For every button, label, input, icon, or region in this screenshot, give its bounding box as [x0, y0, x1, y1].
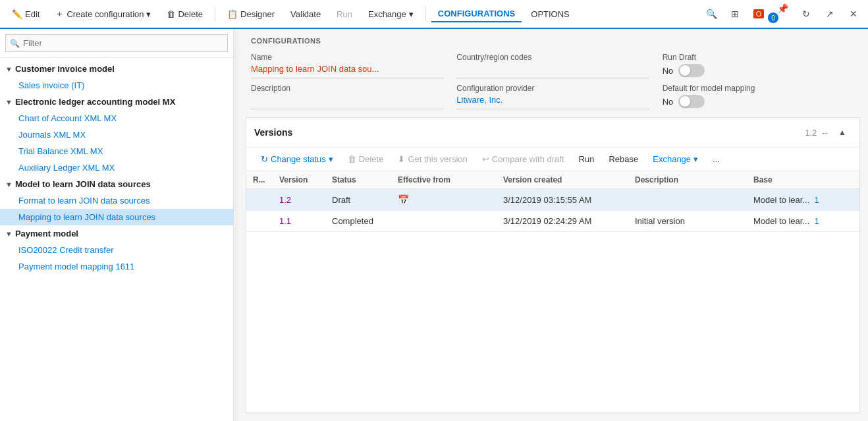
provider-value: Litware, Inc.: [456, 95, 649, 109]
validate-button[interactable]: Validate: [284, 7, 327, 22]
exchange-button[interactable]: Exchange ▾: [362, 7, 420, 22]
cell-version: 1.2: [273, 189, 325, 211]
name-field: Name Mapping to learn JOIN data sou...: [251, 53, 443, 78]
cell-status: Draft: [325, 189, 391, 211]
tree-group-model-join[interactable]: ▼ Model to learn JOIN data sources: [0, 176, 233, 192]
tree-group-payment-model[interactable]: ▼ Payment model: [0, 225, 233, 242]
notification-badge-wrap: 📌 0: [773, 0, 792, 28]
get-this-version-button[interactable]: ⬇ Get this version: [391, 152, 474, 167]
arrow-icon: ▼: [5, 181, 13, 188]
default-mapping-toggle-row: No: [663, 95, 855, 108]
download-icon: ⬇: [398, 154, 405, 164]
designer-icon: 📋: [227, 9, 238, 19]
refresh-button[interactable]: ↻: [797, 5, 815, 23]
arrow-icon: ▼: [5, 230, 13, 238]
compare-with-draft-button[interactable]: ↩ Compare with draft: [475, 152, 571, 167]
config-section-title: CONFIGURATIONS: [251, 37, 855, 45]
sidebar-item-auxiliary-ledger[interactable]: Auxiliary Ledger XML MX: [0, 159, 233, 176]
versions-header: Versions 1.2 -- ▲: [246, 118, 859, 148]
base-num: 1: [815, 216, 819, 226]
description-value: [251, 95, 443, 109]
cell-effective-from: [391, 211, 497, 232]
cell-version-created: 3/12/2019 03:15:55 AM: [497, 189, 628, 211]
run-draft-field: Run Draft No: [663, 53, 855, 78]
cell-status: Completed: [325, 211, 391, 232]
close-button[interactable]: ✕: [844, 5, 863, 23]
search-button[interactable]: 🔍: [702, 5, 720, 23]
edit-icon: ✏️: [12, 9, 22, 19]
run-draft-toggle-row: No: [663, 64, 855, 77]
sidebar-item-payment-mapping[interactable]: Payment model mapping 1611: [0, 258, 233, 275]
arrow-icon: ▼: [5, 65, 13, 73]
run-button[interactable]: Run: [330, 7, 359, 22]
more-options-button[interactable]: ...: [706, 152, 726, 167]
run-draft-toggle[interactable]: [678, 64, 705, 77]
sidebar-item-chart-account[interactable]: Chart of Account XML MX: [0, 110, 233, 126]
delete-version-button[interactable]: 🗑 Delete: [341, 152, 391, 167]
cell-description: [628, 189, 747, 211]
cell-base: Model to lear... 1: [747, 211, 859, 232]
versions-data-table: R... Version Status Effective from Versi…: [246, 171, 859, 232]
run-version-button[interactable]: Run: [572, 152, 601, 167]
plus-icon: ＋: [55, 8, 64, 20]
change-status-button[interactable]: ↻ Change status ▾: [254, 152, 340, 167]
filter-icon: 🔍: [10, 39, 20, 48]
sidebar-item-iso20022[interactable]: ISO20022 Credit transfer: [0, 242, 233, 258]
base-link[interactable]: Model to lear...: [753, 195, 809, 205]
toggle-knob: [680, 65, 690, 76]
cell-version-created: 3/12/2019 02:24:29 AM: [497, 211, 628, 232]
col-header-version-created: Version created: [497, 171, 628, 189]
arrow-icon: ▼: [5, 98, 13, 106]
col-header-version: Version: [273, 171, 325, 189]
trash-icon: 🗑: [348, 154, 356, 164]
config-panel: CONFIGURATIONS Name Mapping to learn JOI…: [238, 29, 868, 115]
toggle-knob-2: [680, 96, 690, 107]
exchange-version-button[interactable]: Exchange ▾: [646, 152, 705, 167]
main-layout: 🔍 ▼ Customer invoice model Sales invoice…: [0, 29, 868, 421]
default-mapping-toggle[interactable]: [678, 95, 705, 108]
versions-collapse-button[interactable]: ▲: [833, 123, 852, 142]
versions-panel: Versions 1.2 -- ▲ ↻ Change status ▾ 🗑 De…: [246, 117, 860, 413]
tree-group-electronic-ledger[interactable]: ▼ Electronic ledger accounting model MX: [0, 94, 233, 110]
chevron-down-icon: ▾: [146, 9, 151, 19]
version-separator: --: [822, 128, 828, 138]
table-row[interactable]: 1.1 Completed 3/12/2019 02:24:29 AM Init…: [246, 211, 859, 232]
col-header-status: Status: [325, 171, 391, 189]
cell-r: [246, 211, 273, 232]
versions-title: Versions: [254, 127, 292, 138]
create-configuration-button[interactable]: ＋ Create configuration ▾: [49, 5, 157, 22]
cell-r: [246, 189, 273, 211]
rebase-button[interactable]: Rebase: [602, 152, 645, 167]
filter-wrap: 🔍: [5, 34, 228, 52]
cell-description: Initial version: [628, 211, 747, 232]
cell-version: 1.1: [273, 211, 325, 232]
sidebar-item-format-join[interactable]: Format to learn JOIN data sources: [0, 192, 233, 209]
name-value: Mapping to learn JOIN data sou...: [251, 64, 443, 78]
sidebar: 🔍 ▼ Customer invoice model Sales invoice…: [0, 29, 234, 421]
designer-button[interactable]: 📋 Designer: [221, 7, 281, 22]
tree-group-customer-invoice[interactable]: ▼ Customer invoice model: [0, 61, 233, 77]
table-row[interactable]: 1.2 Draft 📅 3/12/2019 03:15:55 AM Model …: [246, 189, 859, 211]
delete-button[interactable]: 🗑 Delete: [160, 7, 209, 22]
provider-field: Configuration provider Litware, Inc.: [456, 84, 649, 109]
sidebar-filter-area: 🔍: [0, 29, 233, 58]
cell-base: Model to lear... 1: [747, 189, 859, 211]
base-link[interactable]: Model to lear...: [753, 216, 809, 226]
open-external-button[interactable]: ↗: [821, 5, 839, 23]
sidebar-tree: ▼ Customer invoice model Sales invoice (…: [0, 58, 233, 421]
col-header-effective-from: Effective from: [391, 171, 497, 189]
grid-icon-button[interactable]: ⊞: [726, 5, 744, 23]
description-field: Description: [251, 84, 443, 109]
configurations-nav-button[interactable]: CONFIGURATIONS: [431, 6, 522, 22]
versions-actions: ↻ Change status ▾ 🗑 Delete ⬇ Get this ve…: [246, 148, 859, 171]
office-icon-button[interactable]: O: [749, 5, 768, 23]
filter-input[interactable]: [5, 34, 228, 52]
top-bar-right: 🔍 ⊞ O 📌 0 ↻ ↗ ✕: [702, 0, 863, 28]
edit-button[interactable]: ✏️ Edit: [5, 7, 46, 22]
col-header-base: Base: [747, 171, 859, 189]
sidebar-item-trial-balance[interactable]: Trial Balance XML MX: [0, 143, 233, 159]
sidebar-item-mapping-join[interactable]: Mapping to learn JOIN data sources: [0, 209, 233, 225]
sidebar-item-journals-xml[interactable]: Journals XML MX: [0, 126, 233, 143]
options-nav-button[interactable]: OPTIONS: [524, 7, 576, 22]
sidebar-item-sales-invoice[interactable]: Sales invoice (IT): [0, 77, 233, 94]
